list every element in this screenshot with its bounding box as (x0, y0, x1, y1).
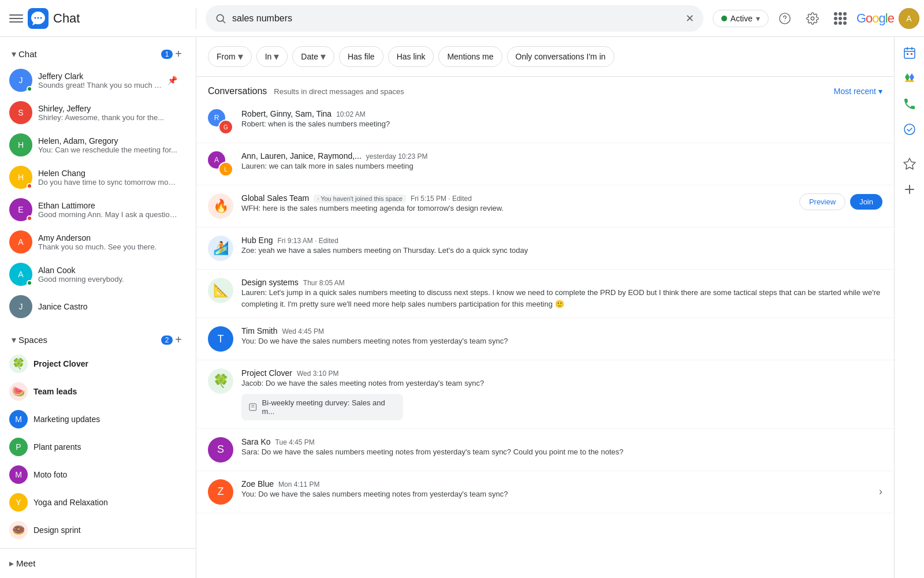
user-avatar[interactable]: A (899, 8, 919, 29)
conversation-item[interactable]: S Sara Ko Tue 4:45 PM Sara: Do we have t… (196, 429, 894, 471)
conversation-item[interactable]: A L Ann, Lauren, Janice, Raymond,... yes… (196, 143, 894, 185)
conversation-item[interactable]: Z Zoe Blue Mon 4:11 PM You: Do we have t… (196, 471, 894, 513)
filter-label: Date (301, 52, 318, 61)
meet-section: ▸ Meet (0, 548, 196, 578)
conversation-item[interactable]: 📐 Design systems Thur 8:05 AM Lauren: Le… (196, 270, 894, 318)
space-name: Yoga and Relaxation (33, 498, 108, 507)
conversation-name: Ann, Lauren, Janice, Raymond,... (241, 151, 362, 161)
google-apps-button[interactable] (829, 7, 852, 30)
status-label: Active (731, 14, 752, 23)
space-name: Moto foto (33, 470, 67, 479)
space-item[interactable]: Y Yoga and Relaxation (0, 488, 187, 516)
filter-mentions_me-button[interactable]: Mentions me (438, 46, 502, 67)
hamburger-icon[interactable] (9, 12, 23, 25)
conversation-item[interactable]: R G Robert, Ginny, Sam, Tina 10:02 AM Ro… (196, 101, 894, 143)
spaces-badge: 2 (161, 335, 173, 345)
sort-label: Most recent (834, 87, 876, 96)
svg-rect-16 (911, 53, 912, 55)
conversation-avatar: R G (208, 109, 233, 135)
status-button[interactable]: Active ▾ (713, 10, 769, 27)
filter-has_file-button[interactable]: Has file (339, 46, 383, 67)
drive-button[interactable] (898, 67, 921, 90)
filter-buttons: From▾In▾Date▾Has fileHas linkMentions me… (208, 46, 614, 67)
chat-name: Janice Castro (38, 302, 177, 311)
conversation-avatar: 📐 (208, 278, 233, 303)
conversation-avatar: 🏄 (208, 236, 233, 261)
conversation-name: Global Sales Team (241, 193, 309, 203)
filter-label: Mentions me (447, 52, 493, 61)
conversation-item[interactable]: T Tim Smith Wed 4:45 PM You: Do we have … (196, 318, 894, 360)
chat-logo-icon (28, 8, 49, 29)
space-item[interactable]: 🍩 Design sprint (0, 516, 187, 544)
spaces-section-header[interactable]: ▾ Spaces 2 (9, 331, 175, 349)
filter-date-button[interactable]: Date▾ (292, 46, 334, 67)
join-button[interactable]: Join (850, 194, 882, 210)
chat-name: Ethan Lattimore (38, 201, 177, 210)
chat-avatar: H (9, 166, 32, 189)
add-space-button[interactable]: + (175, 333, 182, 346)
chat-preview: Sounds great! Thank you so much Ann! (38, 81, 162, 90)
conversation-body: Global Sales Team · You haven't joined t… (241, 193, 791, 214)
bookmark-button[interactable] (898, 152, 921, 176)
help-button[interactable] (773, 7, 796, 30)
meet-header[interactable]: ▸ Meet (9, 553, 187, 573)
conversation-name-row: Ann, Lauren, Janice, Raymond,... yesterd… (241, 151, 882, 161)
space-item[interactable]: 🍀 Project Clover (0, 350, 187, 378)
filter-only_conv-button[interactable]: Only conversations I'm in (507, 46, 614, 67)
sidebar-content: ▾ Chat 1 + J Jeffery Clark Sounds great!… (0, 37, 196, 548)
conversation-avatar: 🔥 (208, 193, 233, 219)
space-item[interactable]: U UX prototype (0, 544, 187, 548)
add-chat-button[interactable]: + (175, 47, 182, 61)
chat-info: Helen, Adam, Gregory You: Can we resched… (38, 136, 177, 154)
space-item[interactable]: M Marketing updates (0, 405, 187, 433)
chat-item[interactable]: E Ethan Lattimore Good morning Ann. May … (0, 193, 187, 226)
conversation-item[interactable]: 🍀 Project Clover Wed 3:10 PM Jacob: Do w… (196, 360, 894, 429)
conversation-item[interactable]: 🏄 Hub Eng Fri 9:13 AM · Edited Zoe: yeah… (196, 228, 894, 270)
chat-item[interactable]: A Amy Anderson Thank you so much. See yo… (0, 226, 187, 258)
conversation-body: Zoe Blue Mon 4:11 PM You: Do we have the… (241, 479, 871, 500)
app-title: Chat (53, 11, 80, 26)
space-item[interactable]: M Moto foto (0, 461, 187, 488)
conversation-item[interactable]: 🔥 Global Sales Team · You haven't joined… (196, 185, 894, 228)
search-input[interactable] (232, 13, 680, 24)
add-icon (903, 182, 916, 196)
meet-chevron-icon: ▸ (9, 558, 14, 569)
google-logo: Google (856, 11, 894, 26)
filter-has_link-button[interactable]: Has link (388, 46, 434, 67)
search-clear-icon[interactable]: ✕ (685, 12, 694, 25)
space-item[interactable]: 🍉 Team leads (0, 378, 187, 405)
preview-button[interactable]: Preview (799, 193, 845, 210)
add-widget-button[interactable] (898, 178, 921, 201)
topbar-right: Active ▾ (713, 7, 924, 30)
tasks-button[interactable] (898, 118, 921, 141)
chat-name: Helen Chang (38, 169, 177, 178)
phone-icon (903, 97, 916, 111)
filter-from-button[interactable]: From▾ (208, 46, 252, 67)
calendar-button[interactable] (898, 42, 921, 65)
space-icon: 🍀 (9, 355, 28, 373)
chat-item[interactable]: H Helen Chang Do you have time to sync t… (0, 161, 187, 193)
chat-item[interactable]: J Jeffery Clark Sounds great! Thank you … (0, 64, 187, 96)
settings-button[interactable] (801, 7, 824, 30)
phone-button[interactable] (898, 92, 921, 115)
filter-label: In (265, 52, 272, 61)
conversation-body: Ann, Lauren, Janice, Raymond,... yesterd… (241, 151, 882, 172)
chat-item[interactable]: A Alan Cook Good morning everybody. (0, 258, 187, 290)
pin-icon: 📌 (167, 76, 177, 85)
chat-item[interactable]: H Helen, Adam, Gregory You: Can we resch… (0, 129, 187, 161)
conversation-name-row: Zoe Blue Mon 4:11 PM (241, 479, 871, 488)
chat-item[interactable]: S Shirley, Jeffery Shirley: Awesome, tha… (0, 96, 187, 129)
meet-title: Meet (16, 558, 35, 568)
filter-in-button[interactable]: In▾ (256, 46, 288, 67)
space-item[interactable]: P Plant parents (0, 433, 187, 461)
chat-avatar: A (9, 230, 32, 253)
sort-button[interactable]: Most recent ▾ (834, 87, 882, 96)
google-apps-icon (834, 12, 847, 25)
chat-avatar: H (9, 133, 32, 156)
chat-section-header[interactable]: ▾ Chat 1 (9, 45, 175, 63)
chevron-right-icon: › (879, 486, 882, 498)
conversation-time: Fri 5:15 PM · Edited (411, 195, 472, 203)
conversation-message: Lauren: Let's jump in a quick sales numb… (241, 287, 882, 309)
chat-item[interactable]: J Janice Castro (0, 290, 187, 323)
chat-info: Shirley, Jeffery Shirley: Awesome, thank… (38, 104, 177, 122)
